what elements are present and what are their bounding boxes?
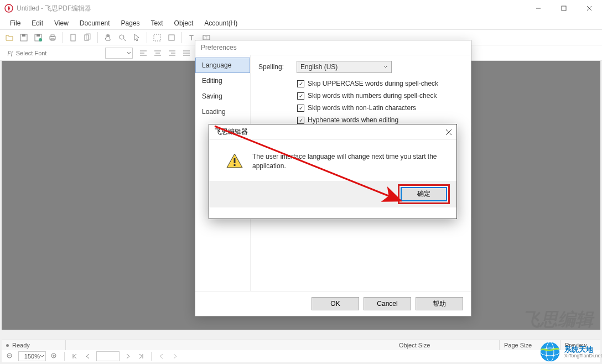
pref-tab-saving[interactable]: Saving: [195, 89, 250, 104]
message-dialog: 飞思编辑器 The user interface language will c…: [209, 124, 457, 219]
font-glyph-icon: Ff: [7, 50, 13, 56]
message-ok-button[interactable]: 确定: [401, 188, 447, 201]
svg-rect-8: [37, 34, 40, 37]
spelling-label: Spelling:: [258, 63, 289, 71]
align-center-icon[interactable]: [152, 47, 164, 59]
ok-highlight: 确定: [398, 184, 450, 204]
svg-point-16: [120, 35, 124, 39]
pref-cancel-button[interactable]: Cancel: [364, 297, 411, 310]
align-right-icon[interactable]: [166, 47, 178, 59]
check-skip-uppercase[interactable]: ✓Skip UPPERCASE words during spell-check: [297, 80, 463, 87]
save-icon[interactable]: [18, 32, 30, 44]
app-icon: [4, 4, 13, 13]
open-icon[interactable]: [3, 32, 15, 44]
svg-point-9: [39, 38, 42, 41]
status-dot-icon: [6, 344, 9, 347]
titlebar: Untitled - 飞思PDF编辑器: [0, 0, 602, 17]
checkbox-icon: ✓: [297, 80, 304, 87]
align-justify-icon[interactable]: [180, 47, 193, 59]
checkbox-icon: ✓: [297, 105, 304, 112]
watermark: 系统天地 XiTongTianDi.net: [538, 340, 602, 364]
minimize-button[interactable]: [526, 0, 551, 17]
message-close-button[interactable]: [445, 129, 452, 136]
menu-text[interactable]: Text: [146, 18, 169, 29]
select-icon[interactable]: [151, 32, 163, 44]
last-page-icon[interactable]: [136, 351, 146, 361]
check-hyphenate[interactable]: ✓Hyphenate words when editing: [297, 116, 463, 124]
prev-page-icon[interactable]: [83, 351, 93, 361]
next-page-icon[interactable]: [123, 351, 133, 361]
zoom-in-icon[interactable]: [49, 351, 59, 361]
svg-rect-18: [154, 34, 160, 41]
zoom-icon[interactable]: [116, 32, 128, 44]
nav-back-icon[interactable]: [157, 351, 167, 361]
font-select-label: Select Font: [16, 50, 47, 56]
menu-document[interactable]: Document: [74, 18, 116, 29]
menubar: File Edit View Document Pages Text Objec…: [0, 17, 602, 30]
pref-tab-editing[interactable]: Editing: [195, 73, 250, 89]
svg-rect-6: [22, 34, 25, 37]
statusbar: Ready Object Size Page Size Preview: [2, 340, 600, 351]
menu-pages[interactable]: Pages: [116, 18, 146, 29]
svg-rect-38: [234, 164, 236, 166]
chevron-down-icon: [383, 65, 388, 69]
navbar: 150%: [2, 350, 600, 362]
font-selector[interactable]: Ff Select Font: [3, 48, 103, 58]
maximize-button[interactable]: [551, 0, 577, 17]
watermark-url: XiTongTianDi.net: [564, 353, 602, 358]
svg-rect-37: [234, 158, 236, 163]
svg-text:T: T: [189, 34, 194, 42]
page-number-input[interactable]: [96, 351, 120, 361]
message-text: The user interface language will change …: [252, 152, 443, 171]
saveas-icon[interactable]: [32, 32, 44, 44]
svg-rect-11: [51, 35, 54, 37]
svg-rect-19: [169, 35, 174, 40]
menu-object[interactable]: Object: [169, 18, 199, 29]
hand-icon[interactable]: [102, 32, 114, 44]
crop-icon[interactable]: [165, 32, 178, 44]
window-title: Untitled - 飞思PDF编辑器: [17, 4, 526, 13]
spelling-value: English (US): [300, 63, 338, 71]
menu-view[interactable]: View: [49, 18, 74, 29]
watermark-brand: 系统天地: [564, 346, 602, 353]
checkbox-icon: ✓: [297, 92, 304, 100]
preferences-title: Preferences: [195, 40, 471, 55]
pref-ok-button[interactable]: OK: [312, 297, 359, 310]
message-title: 飞思编辑器: [215, 127, 248, 137]
checkbox-icon: ✓: [297, 117, 304, 124]
svg-rect-13: [71, 34, 75, 41]
close-button[interactable]: [577, 0, 602, 17]
pref-tab-loading[interactable]: Loading: [195, 104, 250, 119]
status-ready: Ready: [12, 342, 30, 349]
status-object-size: Object Size: [395, 340, 500, 350]
pref-help-button[interactable]: 帮助: [416, 297, 463, 310]
font-size-selector[interactable]: [105, 48, 133, 59]
first-page-icon[interactable]: [70, 351, 80, 361]
page-add-icon[interactable]: [67, 32, 79, 44]
nav-fwd-icon[interactable]: [170, 351, 180, 361]
svg-line-17: [123, 39, 126, 41]
spelling-select[interactable]: English (US): [297, 61, 392, 73]
check-skip-nonlatin[interactable]: ✓Skip words with non-Latin characters: [297, 104, 463, 112]
page-dup-icon[interactable]: [81, 32, 94, 44]
zoom-out-icon[interactable]: [5, 351, 15, 361]
align-left-icon[interactable]: [137, 47, 149, 59]
watermark-globe-icon: [538, 340, 562, 364]
pointer-icon[interactable]: [131, 32, 143, 44]
svg-rect-2: [562, 6, 566, 11]
pref-tab-language[interactable]: Language: [195, 58, 250, 73]
zoom-level[interactable]: 150%: [18, 351, 46, 361]
warning-icon: [226, 152, 243, 170]
menu-file[interactable]: File: [4, 18, 26, 29]
check-skip-numbers[interactable]: ✓Skip words with numbers during spell-ch…: [297, 92, 463, 100]
print-icon[interactable]: [46, 32, 59, 44]
menu-edit[interactable]: Edit: [26, 18, 49, 29]
watermark-faded: 飞思编辑: [522, 308, 593, 332]
menu-account[interactable]: Account(H): [199, 18, 243, 29]
